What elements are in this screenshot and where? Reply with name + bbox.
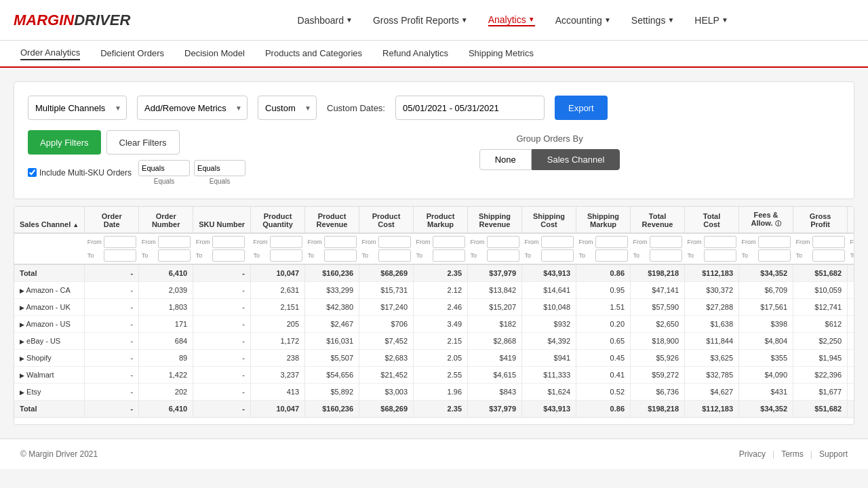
footer-terms-link[interactable]: Terms bbox=[781, 449, 804, 459]
footer-support-link[interactable]: Support bbox=[819, 449, 848, 459]
cell-product-rev: $16,031 bbox=[305, 333, 359, 350]
metrics-select[interactable]: Add/Remove Metrics bbox=[137, 96, 248, 120]
cell-product-qty: 1,172 bbox=[251, 333, 305, 350]
gross-profit-from[interactable] bbox=[812, 236, 845, 248]
group-none-button[interactable]: None bbox=[479, 149, 532, 170]
footer-privacy-link[interactable]: Privacy bbox=[739, 449, 766, 459]
multisku-row: Include Multi-SKU Orders EqualsContainsS… bbox=[28, 160, 245, 185]
equals-select-1[interactable]: EqualsContainsStarts With bbox=[138, 160, 190, 176]
apply-filters-button[interactable]: Apply Filters bbox=[28, 130, 101, 155]
cell-sales-channel[interactable]: ▶ Etsy bbox=[14, 384, 85, 401]
cell-shipping-cost: $43,913 bbox=[522, 401, 576, 418]
group-orders-wrapper: Group Orders By None Sales Channel bbox=[259, 130, 840, 170]
fees-from[interactable] bbox=[758, 236, 791, 248]
product-rev-to[interactable] bbox=[324, 249, 357, 262]
cell-shipping-markup: 0.86 bbox=[576, 264, 631, 282]
group-sales-channel-button[interactable]: Sales Channel bbox=[532, 149, 620, 170]
total-rev-to[interactable] bbox=[650, 249, 682, 262]
equals-select-2[interactable]: EqualsContainsStarts With bbox=[194, 160, 245, 176]
total-cost-filter: From To bbox=[688, 236, 736, 262]
th-sales-channel[interactable]: Sales Channel ▲ bbox=[14, 207, 85, 233]
clear-filters-button[interactable]: Clear Filters bbox=[106, 130, 180, 155]
cell-order-number: 6,410 bbox=[139, 401, 193, 418]
custom-dates-label: Custom Dates: bbox=[327, 103, 385, 113]
cell-sales-channel[interactable]: ▶ Amazon - US bbox=[14, 316, 85, 333]
shipping-rev-from[interactable] bbox=[487, 236, 519, 248]
product-cost-to[interactable] bbox=[378, 249, 411, 262]
product-markup-from[interactable] bbox=[433, 236, 465, 248]
shipping-markup-from[interactable] bbox=[595, 236, 628, 248]
total-cost-to[interactable] bbox=[704, 249, 736, 262]
equals-label-1: Equals bbox=[138, 178, 190, 185]
cell-sales-channel[interactable]: ▶ Amazon - CA bbox=[14, 282, 85, 299]
subnav-decision-model[interactable]: Decision Model bbox=[184, 48, 245, 60]
sku-from[interactable] bbox=[212, 236, 245, 248]
cell-total-rev: $198,218 bbox=[631, 401, 685, 418]
cell-order-date: - bbox=[85, 333, 139, 350]
nav-dashboard[interactable]: Dashboard ▼ bbox=[298, 14, 353, 26]
export-button[interactable]: Export bbox=[555, 96, 608, 120]
cell-order-number: 202 bbox=[139, 384, 193, 401]
cell-shipping-rev: $37,979 bbox=[468, 401, 522, 418]
table-scroll-bar[interactable] bbox=[14, 418, 854, 424]
subnav-refund-analytics[interactable]: Refund Analytics bbox=[382, 48, 448, 60]
product-qty-from[interactable] bbox=[270, 236, 302, 248]
footer: © Margin Driver 2021 Privacy | Terms | S… bbox=[0, 439, 868, 469]
cell-sales-channel[interactable]: ▶ eBay - US bbox=[14, 333, 85, 350]
product-cost-from[interactable] bbox=[378, 236, 411, 248]
nav-gross-profit[interactable]: Gross Profit Reports ▼ bbox=[373, 14, 468, 26]
metrics-select-wrapper: Add/Remove Metrics bbox=[137, 96, 248, 120]
fees-info-icon[interactable]: ⓘ bbox=[775, 220, 781, 227]
help-arrow: ▼ bbox=[722, 16, 728, 24]
cell-order-number: 2,039 bbox=[139, 282, 193, 299]
nav-help[interactable]: HELP ▼ bbox=[694, 14, 728, 26]
shipping-cost-to[interactable] bbox=[541, 249, 574, 262]
multisku-checkbox[interactable] bbox=[28, 168, 37, 177]
product-rev-from[interactable] bbox=[324, 236, 357, 248]
shipping-markup-to[interactable] bbox=[595, 249, 628, 262]
product-markup-filter: From To bbox=[416, 236, 465, 262]
order-number-from[interactable] bbox=[158, 236, 191, 248]
cell-sales-channel[interactable]: ▶ Amazon - UK bbox=[14, 299, 85, 316]
sku-to[interactable] bbox=[212, 249, 245, 262]
group-buttons: None Sales Channel bbox=[479, 149, 620, 170]
cell-fees-allow: $17,561 bbox=[739, 299, 793, 316]
nav-analytics[interactable]: Analytics ▼ bbox=[488, 14, 535, 26]
nav-settings[interactable]: Settings ▼ bbox=[631, 14, 675, 26]
product-markup-to[interactable] bbox=[433, 249, 465, 262]
order-date-to[interactable] bbox=[104, 249, 136, 262]
cell-gp-margin: 11.9% bbox=[848, 333, 854, 350]
cell-product-qty: 2,631 bbox=[251, 282, 305, 299]
fees-to[interactable] bbox=[758, 249, 791, 262]
gross-profit-to[interactable] bbox=[812, 249, 845, 262]
date-range-select[interactable]: Custom bbox=[258, 96, 317, 120]
subnav-order-analytics[interactable]: Order Analytics bbox=[20, 47, 80, 60]
total-cost-from[interactable] bbox=[704, 236, 736, 248]
date-input[interactable] bbox=[395, 96, 545, 120]
cell-product-markup: 2.46 bbox=[414, 299, 468, 316]
sub-navigation: Order Analytics Deficient Orders Decisio… bbox=[0, 41, 868, 68]
nav-accounting[interactable]: Accounting ▼ bbox=[555, 14, 611, 26]
logo[interactable]: MARGINDRIVER bbox=[14, 12, 130, 29]
shipping-rev-to[interactable] bbox=[487, 249, 519, 262]
cell-shipping-markup: 0.45 bbox=[576, 350, 631, 367]
subnav-products-categories[interactable]: Products and Categories bbox=[265, 48, 362, 60]
shipping-cost-from[interactable] bbox=[541, 236, 574, 248]
cell-order-date: - bbox=[85, 367, 139, 384]
channel-select[interactable]: Multiple Channels bbox=[28, 96, 127, 120]
subnav-deficient-orders[interactable]: Deficient Orders bbox=[100, 48, 164, 60]
th-fees-allow: Fees &Allow. ⓘ bbox=[739, 207, 793, 233]
th-product-quantity: ProductQuantity bbox=[251, 207, 305, 233]
product-qty-to[interactable] bbox=[270, 249, 302, 262]
th-sku-number: SKU Number bbox=[193, 207, 251, 233]
cell-sales-channel[interactable]: ▶ Walmart bbox=[14, 367, 85, 384]
order-date-from[interactable] bbox=[104, 236, 136, 248]
subnav-shipping-metrics[interactable]: Shipping Metrics bbox=[469, 48, 534, 60]
total-rev-from[interactable] bbox=[650, 236, 682, 248]
cell-total-cost: $112,183 bbox=[685, 264, 739, 282]
table-row: ▶ Amazon - CA-2,039-2,631$33,299$15,7312… bbox=[14, 282, 854, 299]
order-number-to[interactable] bbox=[158, 249, 191, 262]
cell-total-cost: $3,625 bbox=[685, 350, 739, 367]
cell-sales-channel[interactable]: ▶ Shopify bbox=[14, 350, 85, 367]
cell-fees-allow: $4,090 bbox=[739, 367, 793, 384]
